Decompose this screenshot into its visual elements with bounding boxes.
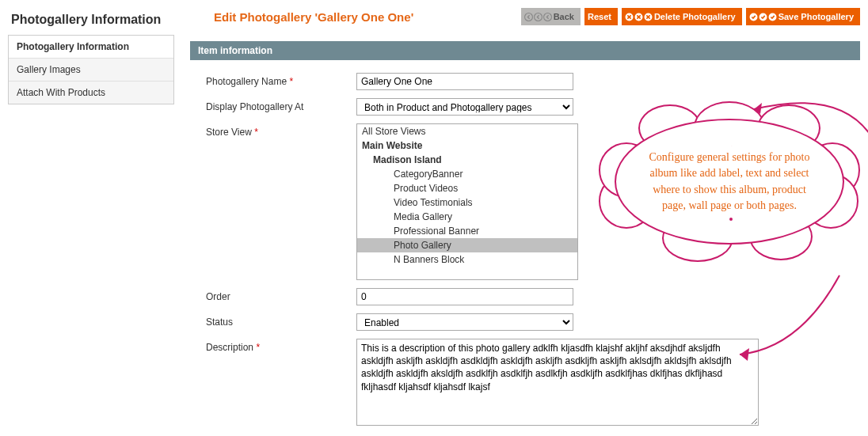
delete-icon <box>625 13 653 21</box>
field-status: Status Enabled <box>206 313 844 331</box>
svg-point-1 <box>534 13 542 21</box>
back-icon <box>524 13 552 21</box>
status-label: Status <box>206 313 356 328</box>
tab-attach-with-products[interactable]: Attach With Products <box>9 82 173 104</box>
field-name: Photogallery Name * <box>206 73 844 90</box>
section-header: Item information <box>190 41 860 60</box>
sidebar-tabs: Photogallery Information Gallery Images … <box>8 36 174 104</box>
store-view-option[interactable]: CategoryBanner <box>357 167 577 181</box>
sidebar: Photogallery Information Photogallery In… <box>8 8 174 436</box>
display-at-select[interactable]: Both in Product and Photogallery pages <box>356 98 573 116</box>
description-textarea[interactable] <box>356 339 759 426</box>
back-button[interactable]: Back <box>521 8 581 25</box>
store-view-option[interactable]: Madison Island <box>357 153 577 167</box>
status-select[interactable]: Enabled <box>356 313 573 331</box>
store-view-option[interactable]: Main Website <box>357 138 577 153</box>
store-view-option[interactable]: Professional Banner <box>357 224 577 238</box>
store-view-option[interactable]: N Banners Block <box>357 252 577 267</box>
content: Edit Photogallery 'Gallery One One' Back… <box>190 8 860 436</box>
page-title: Edit Photogallery 'Gallery One One' <box>190 10 413 24</box>
field-display-at: Display Photogallery At Both in Product … <box>206 98 844 116</box>
name-input[interactable] <box>356 73 573 90</box>
button-row: Back Reset Delete Photogallery <box>521 8 860 25</box>
tab-photogallery-information[interactable]: Photogallery Information <box>9 36 173 59</box>
store-view-option[interactable]: Media Gallery <box>357 210 577 224</box>
delete-button[interactable]: Delete Photogallery <box>622 8 742 25</box>
svg-point-2 <box>543 13 551 21</box>
order-label: Order <box>206 288 356 302</box>
name-label: Photogallery Name * <box>206 73 356 87</box>
display-at-label: Display Photogallery At <box>206 98 356 112</box>
form-body: Photogallery Name * Display Photogallery… <box>190 60 860 436</box>
tab-gallery-images[interactable]: Gallery Images <box>9 59 173 82</box>
save-icon <box>749 13 777 21</box>
header-row: Edit Photogallery 'Gallery One One' Back… <box>190 8 860 25</box>
order-input[interactable] <box>356 288 573 305</box>
store-view-label: Store View * <box>206 123 356 138</box>
field-store-view: Store View * All Store ViewsMain Website… <box>206 123 844 280</box>
reset-button[interactable]: Reset <box>584 8 618 25</box>
description-label: Description * <box>206 339 356 353</box>
save-button[interactable]: Save Photogallery <box>746 8 860 25</box>
svg-point-0 <box>524 13 532 21</box>
store-view-option[interactable]: All Store Views <box>357 124 577 138</box>
field-order: Order <box>206 288 844 305</box>
store-view-option[interactable]: Photo Gallery <box>357 238 577 252</box>
field-description: Description * <box>206 339 844 428</box>
store-view-option[interactable]: Product Videos <box>357 181 577 195</box>
store-view-option[interactable]: Video Testimonials <box>357 195 577 210</box>
sidebar-title: Photogallery Information <box>8 8 174 36</box>
store-view-multiselect[interactable]: All Store ViewsMain WebsiteMadison Islan… <box>356 123 578 280</box>
